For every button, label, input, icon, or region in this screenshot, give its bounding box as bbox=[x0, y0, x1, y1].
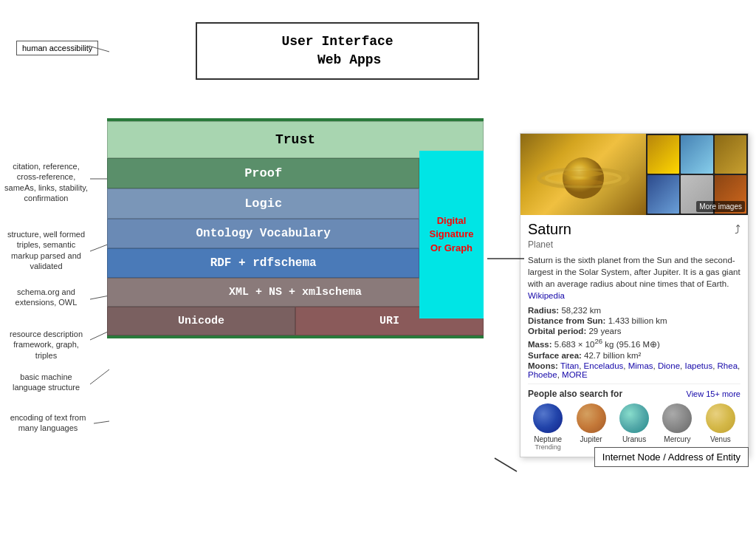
more-images-label[interactable]: More images bbox=[696, 201, 745, 212]
panel-title-row: Saturn ⤴ bbox=[528, 221, 740, 238]
neptune-circle bbox=[533, 403, 563, 433]
people-search-section: People also search for View 15+ more Nep… bbox=[528, 384, 740, 451]
panel-description: Saturn is the sixth planet from the Sun … bbox=[528, 254, 740, 301]
internet-node-label: Internet Node / Address of Entity bbox=[594, 447, 749, 467]
planet-venus-item[interactable]: Venus bbox=[701, 403, 740, 451]
panel-content: Saturn ⤴ Planet Saturn is the sixth plan… bbox=[520, 215, 748, 457]
green-bottom-line bbox=[107, 335, 484, 338]
proof-layer: Proof bbox=[107, 158, 419, 188]
thumb-2 bbox=[681, 135, 712, 174]
ontology-layer: Ontology Vocabulary bbox=[107, 219, 419, 248]
annotation-basic-machine: basic machine language structure bbox=[4, 372, 89, 393]
digital-signature-text: Digital Signature Or Graph bbox=[419, 211, 484, 259]
more-moons-link[interactable]: MORE bbox=[562, 370, 588, 379]
unicode-layer: Unicode bbox=[107, 307, 295, 335]
saturn-illustration bbox=[532, 141, 635, 208]
uranus-circle bbox=[619, 403, 649, 433]
share-icon[interactable]: ⤴ bbox=[735, 223, 740, 236]
phoebe-link[interactable]: Phoebe bbox=[528, 370, 557, 379]
svg-point-11 bbox=[563, 171, 603, 177]
annotation-citation: citation, reference, cross-reference, sa… bbox=[4, 161, 89, 203]
fact-mass: Mass: 5.683 × 1026 kg (95.16 M⊕) bbox=[528, 337, 740, 350]
rhea-link[interactable]: Rhea bbox=[718, 361, 738, 370]
svg-line-14 bbox=[495, 458, 517, 471]
ui-layer-text: User Interface Web Apps bbox=[281, 34, 393, 67]
mimas-link[interactable]: Mimas bbox=[628, 361, 653, 370]
people-search-title-row: People also search for View 15+ more bbox=[528, 389, 740, 399]
titan-link[interactable]: Titan bbox=[560, 361, 579, 370]
planet-jupiter-item[interactable]: Jupiter bbox=[571, 403, 611, 451]
wikipedia-link[interactable]: Wikipedia bbox=[528, 291, 565, 300]
panel-title: Saturn bbox=[528, 221, 571, 238]
planet-row: Neptune Trending Jupiter Uranus Mercury bbox=[528, 403, 740, 451]
logic-layer: Logic bbox=[107, 188, 419, 219]
fact-orbital: Orbital period: 29 years bbox=[528, 327, 740, 335]
svg-line-6 bbox=[94, 421, 109, 423]
annotation-human-accessibility: human accessibility bbox=[16, 41, 98, 55]
enceladus-link[interactable]: Enceladus bbox=[584, 361, 624, 370]
svg-point-9 bbox=[563, 157, 604, 199]
people-search-title: People also search for bbox=[528, 389, 622, 399]
panel-images-section: More images bbox=[520, 134, 748, 215]
annotation-structure: structure, well formed triples, semantic… bbox=[4, 229, 89, 271]
ui-layer-box: User Interface Web Apps bbox=[196, 22, 479, 80]
panel-subtitle: Planet bbox=[528, 239, 740, 250]
jupiter-circle bbox=[577, 403, 606, 433]
mercury-circle bbox=[662, 403, 692, 433]
planet-neptune-item[interactable]: Neptune Trending bbox=[528, 403, 568, 451]
view-more-link[interactable]: View 15+ more bbox=[687, 389, 740, 398]
digital-signature-bar: Digital Signature Or Graph bbox=[419, 151, 484, 318]
dione-link[interactable]: Dione bbox=[658, 361, 680, 370]
annotation-resource: resource description framework, graph, t… bbox=[4, 329, 89, 361]
fact-moons: Moons: Titan, Enceladus, Mimas, Dione, I… bbox=[528, 361, 740, 379]
fact-surface: Surface area: 42.7 billion km² bbox=[528, 351, 740, 360]
fact-radius: Radius: 58,232 km bbox=[528, 306, 740, 315]
rdf-layer: RDF + rdfschema bbox=[107, 248, 419, 278]
thumb-3 bbox=[715, 135, 746, 174]
svg-line-5 bbox=[90, 369, 109, 384]
annotation-encoding: encoding of text from many languages bbox=[4, 412, 92, 434]
thumb-1 bbox=[647, 135, 679, 174]
planet-uranus-item[interactable]: Uranus bbox=[614, 403, 654, 451]
fact-distance: Distance from Sun: 1.433 billion km bbox=[528, 316, 740, 325]
venus-circle bbox=[706, 403, 735, 433]
iapetus-link[interactable]: Iapetus bbox=[684, 361, 712, 370]
knowledge-panel: More images Saturn ⤴ Planet Saturn is th… bbox=[520, 133, 749, 457]
saturn-main-image bbox=[520, 134, 646, 215]
thumb-4 bbox=[647, 175, 679, 214]
panel-facts: Radius: 58,232 km Distance from Sun: 1.4… bbox=[528, 306, 740, 379]
annotation-schema: schema.org and extensions, OWL bbox=[4, 287, 89, 308]
stack-area: Trust Proof Logic Ontology Vocabulary RD… bbox=[107, 118, 484, 338]
layers-group: Trust Proof Logic Ontology Vocabulary RD… bbox=[107, 121, 484, 278]
main-container: human accessibility User Interface Web A… bbox=[0, 0, 756, 535]
svg-point-12 bbox=[563, 180, 603, 185]
planet-mercury-item[interactable]: Mercury bbox=[657, 403, 697, 451]
